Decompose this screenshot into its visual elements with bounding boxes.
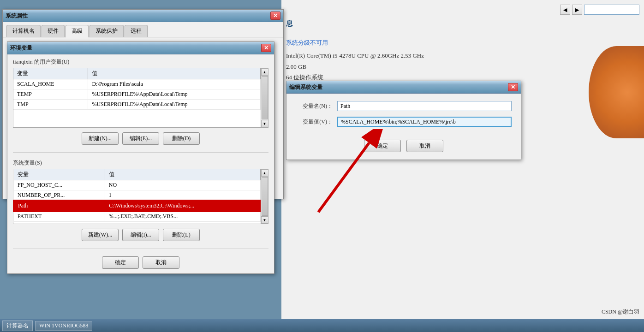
env-title: 环境变量 <box>10 44 32 52</box>
tab-system-protection[interactable]: 系统保护 <box>89 25 124 37</box>
edit-ok-btn[interactable]: 确定 <box>364 140 401 152</box>
sys-col-var: 变量 <box>14 169 105 180</box>
edit-form: 变量名(N)： 变量值(V)： <box>286 94 521 140</box>
bottom-divider <box>13 249 268 249</box>
system-vars-table-container: 变量 值 FP_NO_HOST_C... NO NUMBER_OF_PR... … <box>13 169 268 224</box>
cell-val: %USERPROFILE%\AppData\Local\Temp <box>88 100 261 110</box>
var-name-label: 变量名(N)： <box>296 102 333 110</box>
watermark: CSDN @谢白羽 <box>602 308 639 316</box>
user-edit-btn[interactable]: 编辑(E)... <box>122 132 159 145</box>
forward-button[interactable]: ▶ <box>572 5 582 15</box>
system-grade[interactable]: 系统分级不可用 <box>286 37 639 48</box>
table-row[interactable]: NUMBER_OF_PR... 1 <box>14 190 260 201</box>
cell-var: NUMBER_OF_PR... <box>14 190 105 201</box>
user-section-label: tianqixin 的用户变量(U) <box>7 54 274 68</box>
tab-hardware[interactable]: 硬件 <box>42 25 65 37</box>
var-value-input[interactable] <box>337 117 512 127</box>
cell-val: %USERPROFILE%\AppData\Local\Temp <box>88 89 261 100</box>
user-col-val: 值 <box>88 68 261 79</box>
cell-var: SCALA_HOME <box>13 79 88 89</box>
scroll-down-btn[interactable]: ▼ <box>261 120 268 127</box>
cell-var: FP_NO_HOST_C... <box>14 180 105 190</box>
env-titlebar: 环境变量 ✕ <box>7 42 274 54</box>
table-row[interactable]: TMP %USERPROFILE%\AppData\Local\Temp <box>13 100 261 110</box>
user-vars-table: 变量 值 SCALA_HOME D:\Program Files\scala T… <box>13 68 261 110</box>
sys-edit-btn[interactable]: 编辑(I)... <box>122 229 159 241</box>
cell-var: PATHEXT <box>14 211 105 222</box>
sys-props-titlebar: 系统属性 ✕ <box>3 10 283 22</box>
edit-close[interactable]: ✕ <box>508 83 518 91</box>
system-section-label: 系统变量(S) <box>7 155 274 169</box>
table-row[interactable]: FP_NO_HOST_C... NO <box>14 180 260 190</box>
env-ok-btn[interactable]: 确定 <box>102 256 139 269</box>
cpu-info: Intel(R) Core(TM) i5-4278U CPU @ 2.60GHz… <box>286 50 639 61</box>
tabs-bar: 计算机名 硬件 高级 系统保护 远程 <box>3 22 283 37</box>
env-close[interactable]: ✕ <box>261 44 271 52</box>
taskbar-item-2[interactable]: WIN 1VONRIOG588 <box>35 321 92 331</box>
system-btn-row: 新建(W)... 编辑(I)... 删除(L) <box>7 224 274 246</box>
var-value-row: 变量值(V)： <box>296 117 512 127</box>
cell-var-path: Path <box>14 201 105 211</box>
ram-info: 2.00 GB <box>286 61 639 72</box>
user-new-btn[interactable]: 新建(N)... <box>82 132 119 145</box>
table-row[interactable]: PATHEXT %...;.EXE;.BAT;.CMD;.VBS... <box>14 211 260 222</box>
edit-title: 编辑系统变量 <box>289 83 322 91</box>
edit-dialog: 编辑系统变量 ✕ 变量名(N)： 变量值(V)： 确定 取消 <box>286 81 521 160</box>
cell-val: 1 <box>105 190 260 201</box>
info-title: 息 <box>286 19 639 30</box>
cell-var: TMP <box>13 100 88 110</box>
logo-decoration <box>589 46 644 138</box>
cell-var: TEMP <box>13 89 88 100</box>
search-input[interactable] <box>584 5 639 15</box>
section-divider <box>13 152 268 153</box>
sys-props-title: 系统属性 <box>6 12 28 20</box>
edit-cancel-btn[interactable]: 取消 <box>406 140 443 152</box>
taskbar-item-1[interactable]: 计算器名 <box>2 320 33 331</box>
cell-val-path: C:\Windows\system32;C:\Windows;... <box>105 201 260 211</box>
sys-new-btn[interactable]: 新建(W)... <box>82 229 119 241</box>
sys-props-close[interactable]: ✕ <box>270 12 280 20</box>
tab-computer-name[interactable]: 计算机名 <box>6 25 41 37</box>
sys-delete-btn[interactable]: 删除(L) <box>163 229 200 241</box>
edit-btn-row: 确定 取消 <box>286 140 521 160</box>
cell-val: D:\Program Files\scala <box>88 79 261 89</box>
taskbar: 计算器名 WIN 1VONRIOG588 <box>0 319 644 332</box>
var-name-row: 变量名(N)： <box>296 101 512 111</box>
table-row-path[interactable]: Path C:\Windows\system32;C:\Windows;... <box>14 201 260 211</box>
scroll-down-btn[interactable]: ▼ <box>261 216 268 224</box>
search-bar: ◀ ▶ <box>286 5 639 15</box>
back-button[interactable]: ◀ <box>560 5 570 15</box>
cell-val: %...;.EXE;.BAT;.CMD;.VBS... <box>105 211 260 222</box>
table-row[interactable]: TEMP %USERPROFILE%\AppData\Local\Temp <box>13 89 261 100</box>
user-col-var: 变量 <box>13 68 88 79</box>
env-bottom-btn-row: 确定 取消 <box>7 252 274 273</box>
env-cancel-btn[interactable]: 取消 <box>143 256 179 269</box>
background-panel: ◀ ▶ 息 系统分级不可用 Intel(R) Core(TM) i5-4278U… <box>281 0 644 332</box>
scroll-up-btn[interactable]: ▲ <box>261 169 268 177</box>
scroll-thumb[interactable] <box>262 76 268 119</box>
table-row[interactable]: SCALA_HOME D:\Program Files\scala <box>13 79 261 89</box>
scroll-up-btn[interactable]: ▲ <box>261 68 268 76</box>
sys-col-val: 值 <box>105 169 260 180</box>
user-btn-row: 新建(N)... 编辑(E)... 删除(D) <box>7 128 274 149</box>
scroll-thumb[interactable] <box>262 177 268 216</box>
user-delete-btn[interactable]: 删除(D) <box>163 132 200 145</box>
sys-table-scrollbar[interactable]: ▲ ▼ <box>261 169 268 224</box>
env-dialog: 环境变量 ✕ tianqixin 的用户变量(U) 变量 值 SCALA_HOM… <box>7 42 274 274</box>
var-name-input[interactable] <box>337 101 512 111</box>
edit-titlebar: 编辑系统变量 ✕ <box>286 81 521 94</box>
system-vars-table: 变量 值 FP_NO_HOST_C... NO NUMBER_OF_PR... … <box>13 169 261 222</box>
var-value-label: 变量值(V)： <box>296 118 333 126</box>
user-table-scrollbar[interactable]: ▲ ▼ <box>261 68 268 127</box>
user-vars-table-container: 变量 值 SCALA_HOME D:\Program Files\scala T… <box>13 68 268 128</box>
tab-advanced[interactable]: 高级 <box>66 25 89 37</box>
cell-val: NO <box>105 180 260 190</box>
tab-remote[interactable]: 远程 <box>125 25 148 37</box>
